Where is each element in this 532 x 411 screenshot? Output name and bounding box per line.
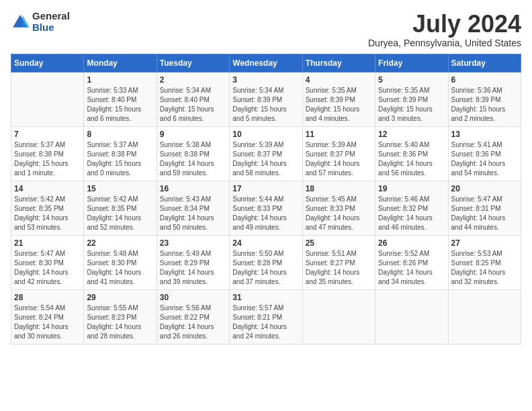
week-row-3: 14Sunrise: 5:42 AMSunset: 8:35 PMDayligh…: [11, 181, 521, 235]
calendar-cell: 11Sunrise: 5:39 AMSunset: 8:37 PMDayligh…: [302, 126, 375, 181]
calendar-cell: 20Sunrise: 5:47 AMSunset: 8:31 PMDayligh…: [448, 181, 521, 235]
month-title: July 2024: [368, 11, 521, 38]
day-info: Sunrise: 5:46 AMSunset: 8:32 PMDaylight:…: [378, 195, 445, 232]
calendar-cell: [11, 72, 84, 126]
day-number: 26: [378, 238, 445, 248]
calendar-cell: 30Sunrise: 5:56 AMSunset: 8:22 PMDayligh…: [157, 289, 229, 344]
day-number: 4: [306, 75, 372, 85]
calendar-cell: 8Sunrise: 5:37 AMSunset: 8:38 PMDaylight…: [84, 126, 157, 181]
calendar-cell: 3Sunrise: 5:34 AMSunset: 8:39 PMDaylight…: [230, 72, 302, 126]
calendar-cell: [302, 289, 375, 344]
calendar-cell: 2Sunrise: 5:34 AMSunset: 8:40 PMDaylight…: [157, 72, 229, 126]
day-number: 15: [87, 184, 153, 193]
day-info: Sunrise: 5:53 AMSunset: 8:25 PMDaylight:…: [451, 249, 518, 287]
day-number: 2: [160, 75, 226, 85]
day-info: Sunrise: 5:54 AMSunset: 8:24 PMDaylight:…: [14, 304, 81, 341]
calendar-cell: 5Sunrise: 5:35 AMSunset: 8:39 PMDaylight…: [375, 72, 448, 126]
week-row-1: 1Sunrise: 5:33 AMSunset: 8:40 PMDaylight…: [11, 72, 521, 126]
calendar-cell: 12Sunrise: 5:40 AMSunset: 8:36 PMDayligh…: [375, 126, 448, 181]
day-info: Sunrise: 5:56 AMSunset: 8:22 PMDaylight:…: [160, 304, 226, 341]
day-number: 18: [306, 184, 372, 193]
day-number: 31: [232, 293, 299, 302]
day-info: Sunrise: 5:49 AMSunset: 8:29 PMDaylight:…: [160, 249, 226, 287]
day-number: 29: [87, 293, 153, 302]
day-info: Sunrise: 5:42 AMSunset: 8:35 PMDaylight:…: [14, 195, 81, 232]
header-thursday: Thursday: [302, 54, 375, 72]
day-number: 27: [451, 238, 518, 248]
logo-icon: [11, 13, 30, 32]
calendar-cell: 18Sunrise: 5:45 AMSunset: 8:33 PMDayligh…: [302, 181, 375, 235]
calendar-cell: 9Sunrise: 5:38 AMSunset: 8:38 PMDaylight…: [157, 126, 229, 181]
day-number: 22: [87, 238, 153, 248]
week-row-2: 7Sunrise: 5:37 AMSunset: 8:38 PMDaylight…: [11, 126, 521, 181]
day-number: 12: [378, 130, 445, 139]
day-number: 13: [451, 130, 518, 139]
day-number: 3: [232, 75, 299, 85]
day-info: Sunrise: 5:38 AMSunset: 8:38 PMDaylight:…: [160, 140, 226, 178]
day-number: 5: [378, 75, 445, 85]
logo-text: General Blue: [32, 11, 70, 33]
day-number: 16: [160, 184, 226, 193]
logo-blue: Blue: [32, 22, 70, 34]
week-row-4: 21Sunrise: 5:47 AMSunset: 8:30 PMDayligh…: [11, 235, 521, 289]
day-number: 20: [451, 184, 518, 193]
day-number: 7: [14, 130, 81, 139]
day-info: Sunrise: 5:48 AMSunset: 8:30 PMDaylight:…: [87, 249, 153, 287]
day-number: 21: [14, 238, 81, 248]
calendar-cell: [448, 289, 521, 344]
header-monday: Monday: [84, 54, 157, 72]
calendar-cell: 17Sunrise: 5:44 AMSunset: 8:33 PMDayligh…: [230, 181, 302, 235]
header-friday: Friday: [375, 54, 448, 72]
calendar-cell: 23Sunrise: 5:49 AMSunset: 8:29 PMDayligh…: [157, 235, 229, 289]
calendar-cell: 24Sunrise: 5:50 AMSunset: 8:28 PMDayligh…: [230, 235, 302, 289]
day-number: 30: [160, 293, 226, 302]
page-header: General Blue July 2024 Duryea, Pennsylva…: [11, 11, 521, 48]
day-info: Sunrise: 5:42 AMSunset: 8:35 PMDaylight:…: [87, 195, 153, 232]
calendar-cell: 10Sunrise: 5:39 AMSunset: 8:37 PMDayligh…: [230, 126, 302, 181]
day-info: Sunrise: 5:47 AMSunset: 8:30 PMDaylight:…: [14, 249, 81, 287]
day-number: 17: [232, 184, 299, 193]
day-info: Sunrise: 5:50 AMSunset: 8:28 PMDaylight:…: [232, 249, 299, 287]
day-info: Sunrise: 5:35 AMSunset: 8:39 PMDaylight:…: [378, 86, 445, 124]
calendar-cell: 26Sunrise: 5:52 AMSunset: 8:26 PMDayligh…: [375, 235, 448, 289]
calendar-cell: 25Sunrise: 5:51 AMSunset: 8:27 PMDayligh…: [302, 235, 375, 289]
day-info: Sunrise: 5:44 AMSunset: 8:33 PMDaylight:…: [232, 195, 299, 232]
logo-general: General: [32, 11, 70, 22]
calendar-cell: 7Sunrise: 5:37 AMSunset: 8:38 PMDaylight…: [11, 126, 84, 181]
day-info: Sunrise: 5:41 AMSunset: 8:36 PMDaylight:…: [451, 140, 518, 178]
calendar-cell: 14Sunrise: 5:42 AMSunset: 8:35 PMDayligh…: [11, 181, 84, 235]
day-number: 23: [160, 238, 226, 248]
calendar-cell: [375, 289, 448, 344]
location: Duryea, Pennsylvania, United States: [368, 38, 521, 48]
calendar-cell: 4Sunrise: 5:35 AMSunset: 8:39 PMDaylight…: [302, 72, 375, 126]
day-info: Sunrise: 5:51 AMSunset: 8:27 PMDaylight:…: [306, 249, 372, 287]
day-number: 10: [232, 130, 299, 139]
day-info: Sunrise: 5:39 AMSunset: 8:37 PMDaylight:…: [306, 140, 372, 178]
calendar-header-row: SundayMondayTuesdayWednesdayThursdayFrid…: [11, 54, 521, 72]
day-info: Sunrise: 5:34 AMSunset: 8:40 PMDaylight:…: [160, 86, 226, 124]
day-info: Sunrise: 5:47 AMSunset: 8:31 PMDaylight:…: [451, 195, 518, 232]
day-info: Sunrise: 5:37 AMSunset: 8:38 PMDaylight:…: [87, 140, 153, 178]
week-row-5: 28Sunrise: 5:54 AMSunset: 8:24 PMDayligh…: [11, 289, 521, 344]
day-number: 11: [306, 130, 372, 139]
day-info: Sunrise: 5:55 AMSunset: 8:23 PMDaylight:…: [87, 304, 153, 341]
day-number: 14: [14, 184, 81, 193]
day-info: Sunrise: 5:40 AMSunset: 8:36 PMDaylight:…: [378, 140, 445, 178]
day-number: 1: [87, 75, 153, 85]
calendar-table: SundayMondayTuesdayWednesdayThursdayFrid…: [11, 54, 521, 345]
svg-marker-1: [22, 15, 30, 28]
day-info: Sunrise: 5:43 AMSunset: 8:34 PMDaylight:…: [160, 195, 226, 232]
day-info: Sunrise: 5:37 AMSunset: 8:38 PMDaylight:…: [14, 140, 81, 178]
calendar-cell: 1Sunrise: 5:33 AMSunset: 8:40 PMDaylight…: [84, 72, 157, 126]
calendar-cell: 21Sunrise: 5:47 AMSunset: 8:30 PMDayligh…: [11, 235, 84, 289]
day-info: Sunrise: 5:45 AMSunset: 8:33 PMDaylight:…: [306, 195, 372, 232]
day-number: 8: [87, 130, 153, 139]
calendar-cell: 6Sunrise: 5:36 AMSunset: 8:39 PMDaylight…: [448, 72, 521, 126]
day-number: 25: [306, 238, 372, 248]
day-number: 24: [232, 238, 299, 248]
day-info: Sunrise: 5:39 AMSunset: 8:37 PMDaylight:…: [232, 140, 299, 178]
logo: General Blue: [11, 11, 70, 33]
day-info: Sunrise: 5:52 AMSunset: 8:26 PMDaylight:…: [378, 249, 445, 287]
header-tuesday: Tuesday: [157, 54, 229, 72]
calendar-cell: 16Sunrise: 5:43 AMSunset: 8:34 PMDayligh…: [157, 181, 229, 235]
